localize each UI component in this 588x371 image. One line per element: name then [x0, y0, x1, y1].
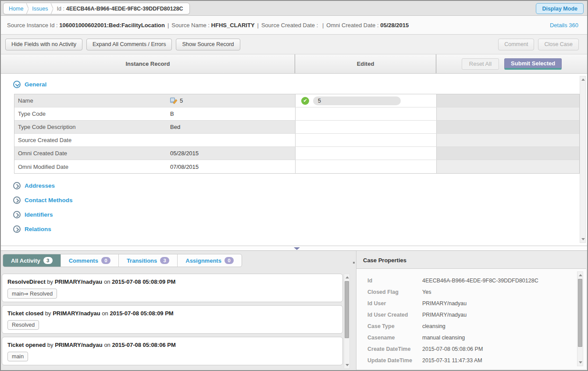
case-properties-scrollbar[interactable] [577, 271, 583, 366]
panel-splitter[interactable] [1, 246, 587, 251]
source-info-bar: Source Instance Id : 106001000602001:Bed… [1, 16, 587, 35]
row-extra-cell [437, 107, 579, 120]
section-identifiers-toggle[interactable]: Identifiers [13, 211, 53, 218]
property-label: Id User Created [367, 312, 422, 318]
grid-header: Instance Record Edited Reset All Submit … [1, 54, 587, 74]
check-circle-icon[interactable]: ✔ [301, 97, 309, 105]
scroll-up-icon[interactable] [346, 276, 349, 278]
section-addresses-toggle[interactable]: Addresses [13, 182, 55, 189]
close-case-button[interactable]: Close Case [538, 39, 579, 50]
collapse-triangle-icon[interactable] [294, 247, 300, 250]
issue-detail-page: Home Issues Id : 4EECB46A-B966-4EDE-9F8C… [0, 0, 588, 371]
property-value: Yes [422, 289, 431, 295]
activity-user: PRIMARY/nadyau [55, 342, 103, 348]
edit-pencil-icon[interactable] [170, 97, 178, 104]
activity-datetime: 2015-07-08 05:08:06 PM [112, 342, 175, 348]
breadcrumb-issues-link[interactable]: Issues [32, 6, 48, 12]
section-contact-methods-toggle[interactable]: Contact Methods [13, 196, 73, 204]
case-properties-panel: Case Properties Id 4EECB46A-B966-4EDE-9F… [356, 251, 586, 370]
tab-label: Transitions [127, 257, 157, 264]
scroll-up-icon[interactable] [579, 274, 582, 276]
activity-on: on [102, 310, 108, 317]
breadcrumb-separator-icon [25, 4, 30, 14]
source-instance-id-label: Source Instance Id : [7, 22, 58, 29]
chevron-right-circle-icon [13, 211, 21, 218]
separator: | [167, 22, 169, 29]
property-label: Case Type [367, 323, 422, 329]
activity-entry: Ticket opened by PRIMARY/nadyau on 2015-… [2, 337, 343, 365]
source-created-date-label: Source Created Date : [261, 22, 318, 29]
submit-selected-button[interactable]: Submit Selected [504, 58, 562, 70]
table-row: Type Code Description Bed [14, 121, 579, 134]
omni-created-date-label: Omni Created Date : [326, 22, 378, 29]
reset-all-button[interactable]: Reset All [462, 58, 499, 70]
section-identifiers-label: Identifiers [25, 211, 53, 218]
scroll-down-icon[interactable] [581, 238, 585, 240]
property-label: Id User [367, 300, 422, 307]
activity-by: by [47, 278, 53, 285]
row-label: Omni Modified Date [14, 164, 170, 170]
activity-user: PRIMARY/nadyau [53, 310, 100, 317]
section-relations-toggle[interactable]: Relations [13, 225, 51, 233]
display-mode-button[interactable]: Display Mode [536, 3, 584, 14]
case-properties-title: Case Properties [363, 257, 406, 264]
property-value: PRIMARY/nadyau [422, 300, 467, 307]
activity-action: ResolveDirect [7, 278, 46, 285]
expand-all-comments-button[interactable]: Expand All Comments / Errors [86, 39, 172, 50]
tab-label: Comments [69, 257, 98, 264]
activity-on: on [104, 342, 110, 348]
comment-button[interactable]: Comment [498, 39, 534, 50]
scrollbar-thumb[interactable] [345, 281, 349, 338]
row-label: Source Created Date [14, 137, 170, 143]
property-label: Update DateTime [367, 357, 422, 364]
edited-cell [296, 107, 437, 120]
column-header-edited: Edited [357, 61, 374, 67]
row-label: Type Code [14, 111, 170, 117]
property-value: manual cleansing [422, 335, 465, 341]
breadcrumb-home-link[interactable]: Home [9, 6, 23, 12]
details-360-link[interactable]: Details 360 [550, 22, 578, 29]
record-panel-scrollbar[interactable] [580, 76, 586, 243]
count-badge: 3 [43, 257, 53, 264]
property-value: 4EECB46A-B966-4EDE-9F8C-39DDFD80128C [422, 278, 538, 284]
separator: | [322, 22, 324, 29]
hide-fields-button[interactable]: Hide Fields with no Activity [5, 39, 82, 50]
transition-badge: Resolved [7, 320, 39, 330]
property-row: Id User PRIMARY/nadyau [356, 298, 586, 309]
record-table: Name 5 ✔ 5 Type Code B [14, 94, 580, 174]
edited-cell [296, 134, 437, 146]
row-value: 07/08/2015 [170, 164, 199, 170]
activity-user: PRIMARY/nadyau [55, 278, 103, 285]
scroll-up-icon[interactable] [581, 78, 585, 81]
case-properties-body: Id 4EECB46A-B966-4EDE-9F8C-39DDFD80128C … [356, 269, 586, 369]
row-label: Omni Created Date [14, 150, 170, 157]
activity-scrollbar[interactable] [344, 274, 350, 369]
count-badge: 3 [160, 257, 169, 264]
activity-by: by [45, 310, 51, 317]
transition-badge: main [7, 352, 28, 361]
chevron-right-circle-icon [13, 196, 21, 204]
activity-by: by [47, 342, 53, 348]
property-row: Id User Created PRIMARY/nadyau [356, 309, 586, 321]
breadcrumb-separator-icon [50, 4, 55, 14]
tab-comments[interactable]: Comments 0 [61, 254, 119, 267]
tab-label: Assignments [185, 257, 221, 264]
record-panel: General Name 5 ✔ 5 [1, 74, 587, 246]
edited-cell [296, 147, 437, 160]
tab-all-activity[interactable]: All Activity 3 [3, 254, 61, 267]
breadcrumb-id-value: 4EECB46A-B966-4EDE-9F8C-39DDFD80128C [66, 6, 183, 12]
row-extra-cell [437, 147, 579, 160]
scrollbar-thumb[interactable] [578, 279, 582, 347]
transition-badge: main⇒ Resolved [7, 289, 57, 299]
edited-value-field[interactable]: 5 [313, 96, 401, 105]
show-source-record-button[interactable]: Show Source Record [176, 39, 240, 50]
tab-assignments[interactable]: Assignments 0 [178, 254, 242, 267]
section-general-toggle[interactable]: General [13, 81, 46, 88]
property-value: cleansing [422, 323, 445, 329]
scroll-down-icon[interactable] [346, 364, 349, 366]
row-label: Type Code Description [14, 124, 170, 130]
property-value: 2015-07-31 11:47:33 AM [422, 357, 482, 364]
panel-resize-handle[interactable] [353, 262, 355, 264]
scroll-down-icon[interactable] [579, 361, 582, 364]
tab-transitions[interactable]: Transitions 3 [119, 254, 178, 267]
